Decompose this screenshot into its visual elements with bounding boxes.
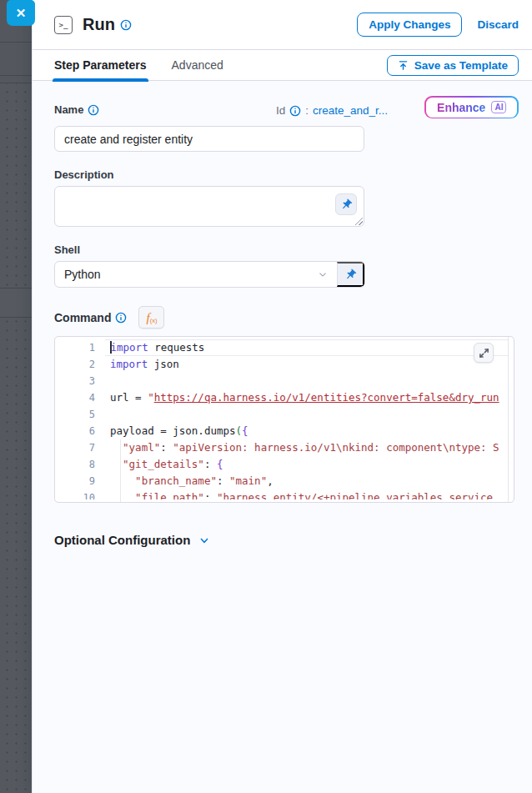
enhance-label: Enhance	[437, 101, 485, 114]
description-label: Description	[54, 168, 114, 181]
step-config-drawer: >_ Run Apply Changes Discard Step Parame…	[32, 0, 532, 793]
tab-advanced[interactable]: Advanced	[172, 50, 223, 81]
code-token: "yaml"	[123, 441, 160, 454]
canvas-divider	[0, 83, 32, 83]
code-line-text: url = "https://qa.harness.io/v1/entities…	[95, 389, 499, 406]
code-token: "file_path"	[135, 491, 204, 499]
id-separator: :	[305, 104, 309, 117]
code-token: "	[148, 391, 154, 404]
ai-badge: AI	[491, 101, 506, 113]
code-token: url =	[110, 391, 148, 404]
id-label: Id	[276, 104, 285, 117]
line-number: 3	[55, 373, 95, 389]
drawer-header: >_ Run Apply Changes Discard	[33, 0, 532, 50]
code-line[interactable]: 5	[55, 406, 508, 423]
header-actions: Apply Changes Discard	[357, 13, 519, 37]
code-line[interactable]: 8 "git_details": {	[55, 456, 508, 473]
code-token: import	[110, 358, 148, 370]
description-runtime-pin-button[interactable]	[335, 193, 357, 215]
code-line-text: import json	[95, 356, 179, 373]
description-wrap	[54, 186, 364, 227]
shell-selected-value: Python	[64, 268, 101, 281]
expression-fx-button[interactable]: f(x)	[138, 306, 164, 329]
command-code-editor[interactable]: 1import requests2import json34url = "htt…	[54, 336, 514, 503]
code-scroll-area[interactable]: 1import requests2import json34url = "htt…	[55, 339, 508, 499]
tab-step-parameters[interactable]: Step Parameters	[54, 50, 147, 81]
info-icon[interactable]	[289, 105, 301, 117]
code-token	[110, 474, 135, 487]
code-token: :	[204, 491, 217, 499]
minimap-edge	[508, 337, 509, 502]
code-line[interactable]: 3	[55, 373, 508, 389]
code-line[interactable]: 9 "branch_name": "main",	[55, 473, 508, 489]
code-token: requests	[148, 341, 205, 354]
code-token: (	[236, 424, 243, 437]
code-line-text: payload = json.dumps({	[95, 423, 248, 439]
optional-configuration-toggle[interactable]: Optional Configuration	[54, 533, 519, 547]
chevron-down-icon	[198, 534, 211, 547]
code-token: :	[204, 458, 217, 470]
description-input[interactable]	[54, 186, 364, 227]
step-id-value[interactable]: create_and_r...	[313, 104, 388, 117]
canvas-divider	[0, 75, 32, 76]
save-as-template-button[interactable]: Save as Template	[387, 55, 519, 76]
chevron-down-icon	[317, 269, 329, 280]
resize-handle[interactable]	[355, 218, 363, 225]
code-token: import	[111, 341, 148, 354]
line-number: 5	[55, 406, 95, 423]
code-line-text: "branch_name": "main",	[95, 473, 274, 489]
code-token: json	[148, 358, 179, 370]
info-icon[interactable]	[88, 104, 99, 116]
apply-changes-button[interactable]: Apply Changes	[357, 13, 462, 37]
save-as-template-label: Save as Template	[414, 59, 508, 72]
enhance-ai-button[interactable]: Enhance AI	[424, 96, 519, 118]
name-input[interactable]	[54, 126, 364, 152]
command-label-group: Command	[54, 311, 127, 324]
line-number: 7	[55, 439, 95, 456]
line-number: 6	[55, 423, 95, 439]
code-line-text: "file_path": "harness_entity/<+pipeline.…	[95, 489, 499, 499]
code-token: :	[160, 441, 173, 454]
code-line[interactable]: 2import json	[55, 356, 508, 373]
code-line[interactable]: 1import requests	[55, 339, 508, 356]
code-token: :	[217, 474, 229, 487]
code-line[interactable]: 7 "yaml": "apiVersion: harness.io/v1\nki…	[55, 439, 508, 456]
code-line[interactable]: 10 "file_path": "harness_entity/<+pipeli…	[55, 489, 508, 499]
code-line-text: "git_details": {	[95, 456, 223, 473]
line-number: 8	[55, 456, 95, 473]
code-line-text	[95, 373, 110, 389]
code-token: payload = json.dumps	[110, 424, 236, 437]
line-number: 1	[55, 339, 95, 356]
code-token: "main"	[229, 474, 267, 487]
shell-select[interactable]: Python	[55, 262, 337, 287]
terminal-icon: >_	[54, 16, 73, 34]
line-number: 9	[55, 473, 95, 489]
step-parameters-form: Name Id : create_and_r... E	[33, 81, 532, 547]
step-id-group: Id : create_and_r...	[276, 104, 388, 117]
code-token: "git_details"	[123, 458, 204, 470]
discard-button[interactable]: Discard	[477, 18, 519, 31]
pin-icon	[344, 269, 357, 281]
indent-guide	[120, 439, 121, 503]
info-icon[interactable]	[115, 312, 127, 324]
optional-configuration-label: Optional Configuration	[54, 533, 190, 547]
shell-runtime-pin-button[interactable]	[337, 262, 364, 287]
info-icon[interactable]	[120, 19, 132, 31]
code-line-text: "yaml": "apiVersion: harness.io/v1\nkind…	[95, 439, 499, 456]
name-id-row: Name Id : create_and_r... E	[54, 98, 519, 126]
shell-label: Shell	[54, 243, 80, 256]
upload-icon	[398, 60, 409, 71]
close-icon: ✕	[16, 6, 27, 21]
code-line[interactable]: 6payload = json.dumps({	[55, 423, 508, 439]
expand-editor-button[interactable]	[474, 343, 494, 363]
code-token: "harness_entity/<+pipeline.variables.ser…	[217, 491, 499, 499]
name-label-group: Name	[54, 103, 99, 116]
pipeline-canvas-strip	[0, 0, 32, 793]
code-token: "branch_name"	[135, 474, 217, 487]
line-number: 4	[55, 389, 95, 406]
close-drawer-button[interactable]: ✕	[7, 0, 35, 26]
pin-icon	[340, 198, 353, 211]
code-token: {	[242, 424, 248, 437]
code-line-text	[95, 406, 110, 423]
code-line[interactable]: 4url = "https://qa.harness.io/v1/entitie…	[55, 389, 508, 406]
